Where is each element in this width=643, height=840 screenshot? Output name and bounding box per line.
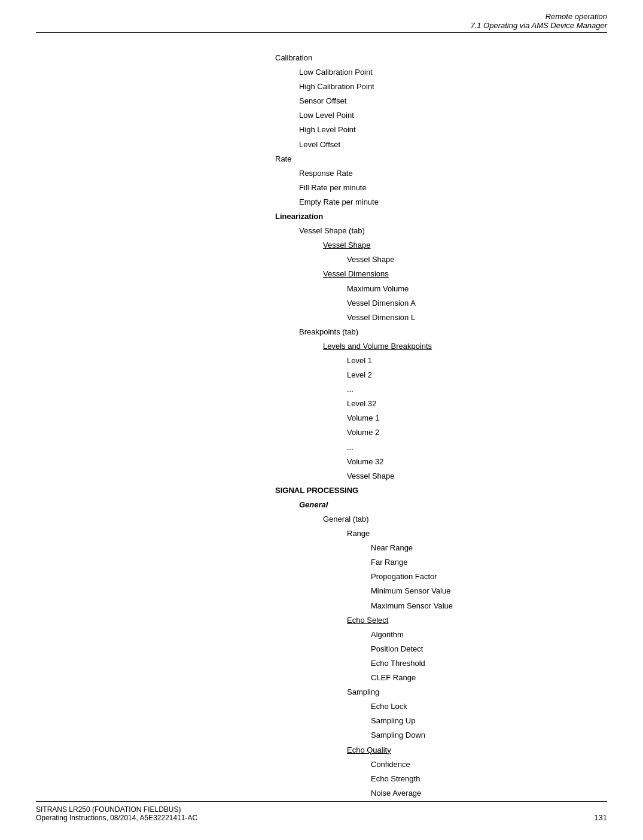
list-item: Level 2 [347, 368, 607, 382]
item-label: General [299, 498, 607, 512]
list-item: Empty Rate per minute [299, 195, 607, 209]
list-item: Response Rate [299, 166, 607, 181]
list-item: LinearizationVessel Shape (tab)Vessel Sh… [275, 209, 607, 483]
item-label: Echo Threshold [371, 656, 607, 671]
list-item: Sensor Offset [299, 94, 607, 108]
item-label: Far Range [371, 555, 607, 570]
list-item: Fill Rate per minute [299, 181, 607, 195]
item-label: Sampling Up [371, 714, 607, 728]
item-label: ... [347, 440, 607, 455]
item-label: Linearization [275, 209, 607, 224]
page-footer: SITRANS LR250 (FOUNDATION FIELDBUS) Oper… [36, 801, 607, 822]
item-label: Volume 2 [347, 425, 607, 440]
list-item: Vessel Shape [347, 252, 607, 267]
item-label: Maximum Volume [347, 282, 607, 296]
children-container: GeneralGeneral (tab)RangeNear RangeFar R… [275, 498, 607, 801]
list-item: Noise Average [371, 786, 607, 801]
item-label: Vessel Dimension L [347, 311, 607, 325]
list-item: Echo SelectAlgorithmPosition DetectEcho … [347, 613, 607, 685]
list-item: Volume 32 [347, 455, 607, 469]
item-label: Noise Average [371, 786, 607, 801]
item-label: Fill Rate per minute [299, 181, 607, 195]
children-container: Low Calibration PointHigh Calibration Po… [275, 65, 607, 152]
list-item: SIGNAL PROCESSINGGeneralGeneral (tab)Ran… [275, 483, 607, 801]
item-label: Empty Rate per minute [299, 195, 607, 209]
item-label: Sensor Offset [299, 94, 607, 108]
footer-page-number: 131 [594, 813, 607, 822]
item-label: Position Detect [371, 642, 607, 656]
item-label: Vessel Dimension A [347, 296, 607, 311]
list-item: Sampling Up [371, 714, 607, 728]
list-item: Vessel DimensionsMaximum VolumeVessel Di… [323, 267, 607, 324]
footer-left: SITRANS LR250 (FOUNDATION FIELDBUS) Oper… [36, 805, 197, 822]
item-label: Volume 32 [347, 455, 607, 469]
children-container: Echo LockSampling UpSampling Down [347, 699, 607, 742]
list-item: Confidence [371, 757, 607, 772]
item-label: Near Range [371, 541, 607, 555]
item-label: Level Offset [299, 138, 607, 152]
list-item: Maximum Sensor Value [371, 599, 607, 613]
list-item: CalibrationLow Calibration PointHigh Cal… [275, 51, 607, 152]
list-item: Near Range [371, 541, 607, 555]
item-label: High Level Point [299, 123, 607, 137]
item-label: Vessel Shape [347, 469, 607, 483]
list-item: GeneralGeneral (tab)RangeNear RangeFar R… [299, 498, 607, 801]
children-container: Level 1Level 2...Level 32Volume 1Volume … [323, 354, 607, 483]
item-label: Volume 1 [347, 411, 607, 425]
children-container: RangeNear RangeFar RangePropogation Fact… [323, 526, 607, 801]
item-label: Range [347, 526, 607, 541]
list-item: Sampling Down [371, 728, 607, 742]
list-item: Vessel ShapeVessel Shape [323, 238, 607, 267]
list-item: Position Detect [371, 642, 607, 656]
item-label: Vessel Dimensions [323, 267, 607, 281]
item-label: Calibration [275, 51, 607, 65]
page-header: Remote operation 7.1 Operating via AMS D… [36, 12, 607, 33]
list-item: Vessel Dimension L [347, 311, 607, 325]
item-label: General (tab) [323, 512, 607, 526]
footer-left-line1: SITRANS LR250 (FOUNDATION FIELDBUS) [36, 805, 197, 814]
item-label: Level 2 [347, 368, 607, 382]
list-item: Vessel Dimension A [347, 296, 607, 311]
list-item: SamplingEcho LockSampling UpSampling Dow… [347, 685, 607, 742]
list-item: Vessel Shape (tab)Vessel ShapeVessel Sha… [299, 224, 607, 325]
list-item: Maximum Volume [347, 282, 607, 296]
list-item: Volume 1 [347, 411, 607, 425]
item-label: Low Calibration Point [299, 65, 607, 80]
item-label: Echo Lock [371, 699, 607, 714]
list-item: Echo QualityConfidenceEcho StrengthNoise… [347, 743, 607, 801]
item-label: Sampling Down [371, 728, 607, 742]
item-label: Rate [275, 152, 607, 166]
item-label: Breakpoints (tab) [299, 325, 607, 339]
item-label: Vessel Shape [347, 252, 607, 267]
item-label: Response Rate [299, 166, 607, 181]
header-title: Remote operation [36, 12, 607, 21]
item-label: Low Level Point [299, 108, 607, 123]
list-item: Level 1 [347, 354, 607, 368]
list-item: High Calibration Point [299, 80, 607, 94]
list-item: Vessel Shape [347, 469, 607, 483]
item-label: Levels and Volume Breakpoints [323, 339, 607, 354]
list-item: Algorithm [371, 628, 607, 642]
list-item: Minimum Sensor Value [371, 584, 607, 598]
list-item: Propogation Factor [371, 570, 607, 584]
item-label: Vessel Shape (tab) [299, 224, 607, 238]
item-label: Echo Strength [371, 772, 607, 786]
item-label: Echo Quality [347, 743, 607, 757]
list-item: Low Calibration Point [299, 65, 607, 80]
list-item: Echo Lock [371, 699, 607, 714]
list-item: Far Range [371, 555, 607, 570]
list-item: Breakpoints (tab)Levels and Volume Break… [299, 325, 607, 483]
item-label: SIGNAL PROCESSING [275, 483, 607, 498]
children-container: ConfidenceEcho StrengthNoise Average [347, 757, 607, 801]
main-content: CalibrationLow Calibration PointHigh Cal… [36, 51, 607, 801]
list-item: High Level Point [299, 123, 607, 137]
page-container: Remote operation 7.1 Operating via AMS D… [0, 0, 643, 840]
children-container: Vessel ShapeVessel ShapeVessel Dimension… [299, 238, 607, 325]
item-label: High Calibration Point [299, 80, 607, 94]
list-item: ... [347, 440, 607, 455]
list-item: RateResponse RateFill Rate per minuteEmp… [275, 152, 607, 209]
list-item: Low Level Point [299, 108, 607, 123]
list-item: Echo Threshold [371, 656, 607, 671]
list-item: ... [347, 382, 607, 397]
item-label: Level 1 [347, 354, 607, 368]
